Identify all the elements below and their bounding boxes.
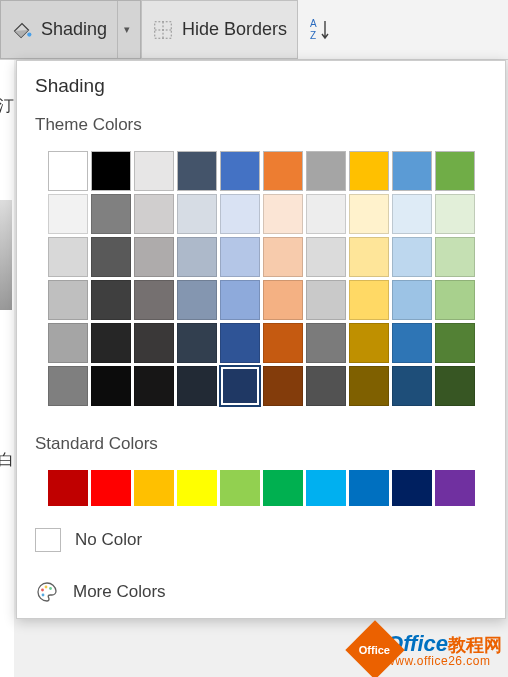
theme-color-swatch[interactable] <box>48 366 88 406</box>
theme-color-swatch[interactable] <box>134 151 174 191</box>
palette-icon <box>35 580 59 604</box>
theme-color-swatch[interactable] <box>392 194 432 234</box>
theme-color-swatch[interactable] <box>177 194 217 234</box>
no-color-option[interactable]: No Color <box>17 514 505 566</box>
theme-color-swatch[interactable] <box>220 366 260 406</box>
chevron-down-icon[interactable]: ▾ <box>117 1 130 58</box>
theme-color-swatch[interactable] <box>263 323 303 363</box>
standard-color-swatch[interactable] <box>220 470 260 506</box>
theme-color-swatch[interactable] <box>349 194 389 234</box>
standard-color-swatch[interactable] <box>306 470 346 506</box>
theme-color-swatch[interactable] <box>392 151 432 191</box>
svg-point-9 <box>42 594 45 597</box>
theme-color-swatch[interactable] <box>177 237 217 277</box>
theme-color-swatch[interactable] <box>134 237 174 277</box>
theme-color-swatch[interactable] <box>392 237 432 277</box>
theme-color-swatch[interactable] <box>306 151 346 191</box>
no-color-swatch-icon <box>35 528 61 552</box>
svg-point-0 <box>27 32 31 36</box>
theme-color-swatch[interactable] <box>435 366 475 406</box>
theme-color-swatch[interactable] <box>435 237 475 277</box>
svg-text:Z: Z <box>310 30 316 41</box>
theme-color-swatch[interactable] <box>220 237 260 277</box>
sort-button[interactable]: A Z <box>298 0 344 59</box>
theme-color-swatch[interactable] <box>392 366 432 406</box>
theme-color-swatch[interactable] <box>91 323 131 363</box>
standard-color-swatch[interactable] <box>48 470 88 506</box>
theme-color-swatch[interactable] <box>48 194 88 234</box>
theme-color-swatch[interactable] <box>349 237 389 277</box>
theme-color-swatch[interactable] <box>435 151 475 191</box>
theme-color-swatch[interactable] <box>48 151 88 191</box>
hide-borders-label: Hide Borders <box>182 19 287 40</box>
theme-color-swatch[interactable] <box>91 280 131 320</box>
svg-text:A: A <box>310 18 317 29</box>
paint-bucket-icon <box>11 19 33 41</box>
theme-color-swatch[interactable] <box>263 280 303 320</box>
svg-point-7 <box>45 586 48 589</box>
svg-point-6 <box>41 589 44 592</box>
theme-color-swatch[interactable] <box>177 280 217 320</box>
theme-color-swatch[interactable] <box>435 194 475 234</box>
theme-color-swatch[interactable] <box>435 323 475 363</box>
borders-icon <box>152 19 174 41</box>
standard-color-swatch[interactable] <box>177 470 217 506</box>
standard-color-swatch[interactable] <box>349 470 389 506</box>
doc-char: 白 <box>0 450 14 471</box>
theme-color-swatch[interactable] <box>349 366 389 406</box>
watermark-badge-icon: Office <box>345 620 404 677</box>
standard-color-row <box>17 458 505 514</box>
standard-color-swatch[interactable] <box>91 470 131 506</box>
theme-color-swatch[interactable] <box>263 151 303 191</box>
theme-color-swatch[interactable] <box>134 194 174 234</box>
theme-color-swatch[interactable] <box>306 366 346 406</box>
theme-color-swatch[interactable] <box>91 194 131 234</box>
theme-color-swatch[interactable] <box>263 366 303 406</box>
theme-color-swatch[interactable] <box>435 280 475 320</box>
theme-color-swatch[interactable] <box>177 151 217 191</box>
theme-color-swatch[interactable] <box>349 280 389 320</box>
more-colors-option[interactable]: More Colors <box>17 566 505 618</box>
theme-color-swatch[interactable] <box>263 194 303 234</box>
theme-color-swatch[interactable] <box>306 237 346 277</box>
svg-point-8 <box>49 587 52 590</box>
theme-color-swatch[interactable] <box>349 151 389 191</box>
watermark: Office Office教程网 www.office26.com <box>354 629 502 671</box>
theme-color-swatch[interactable] <box>134 323 174 363</box>
theme-color-swatch[interactable] <box>220 151 260 191</box>
no-color-label: No Color <box>75 530 142 550</box>
theme-color-swatch[interactable] <box>306 194 346 234</box>
shading-label: Shading <box>41 19 107 40</box>
theme-color-swatch[interactable] <box>220 194 260 234</box>
theme-color-swatch[interactable] <box>177 323 217 363</box>
theme-color-swatch[interactable] <box>48 280 88 320</box>
standard-color-swatch[interactable] <box>435 470 475 506</box>
theme-color-grid <box>17 139 505 410</box>
theme-color-swatch[interactable] <box>220 280 260 320</box>
theme-color-swatch[interactable] <box>220 323 260 363</box>
theme-color-swatch[interactable] <box>91 237 131 277</box>
standard-color-swatch[interactable] <box>392 470 432 506</box>
theme-color-swatch[interactable] <box>48 323 88 363</box>
theme-color-swatch[interactable] <box>177 366 217 406</box>
theme-color-swatch[interactable] <box>306 280 346 320</box>
theme-color-swatch[interactable] <box>392 280 432 320</box>
standard-color-swatch[interactable] <box>263 470 303 506</box>
theme-color-swatch[interactable] <box>349 323 389 363</box>
hide-borders-button[interactable]: Hide Borders <box>141 0 298 59</box>
theme-color-swatch[interactable] <box>48 237 88 277</box>
theme-color-swatch[interactable] <box>392 323 432 363</box>
ribbon-toolbar: Shading ▾ Hide Borders A Z <box>0 0 508 60</box>
theme-color-swatch[interactable] <box>306 323 346 363</box>
theme-color-swatch[interactable] <box>91 366 131 406</box>
flyout-title: Shading <box>17 61 505 107</box>
theme-color-swatch[interactable] <box>134 366 174 406</box>
theme-color-swatch[interactable] <box>263 237 303 277</box>
shading-flyout: Shading Theme Colors Standard Colors No … <box>16 60 506 619</box>
shading-button[interactable]: Shading ▾ <box>0 0 141 59</box>
more-colors-label: More Colors <box>73 582 166 602</box>
theme-color-swatch[interactable] <box>91 151 131 191</box>
standard-color-swatch[interactable] <box>134 470 174 506</box>
doc-char: 汀 <box>0 96 14 117</box>
theme-color-swatch[interactable] <box>134 280 174 320</box>
